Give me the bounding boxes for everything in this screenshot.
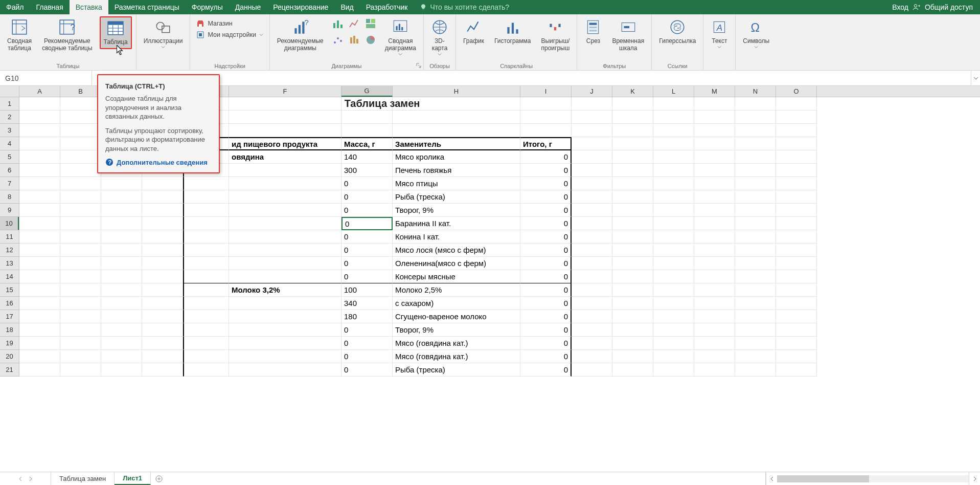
cell-N1[interactable] <box>735 97 776 111</box>
cell-A14[interactable] <box>19 270 60 283</box>
cell-F12[interactable] <box>229 244 341 257</box>
cell-M5[interactable] <box>694 150 735 164</box>
cell-F18[interactable] <box>229 323 341 337</box>
cell-G8[interactable]: 0 <box>341 190 393 204</box>
cell-J16[interactable] <box>572 297 612 310</box>
cell-C8[interactable] <box>101 190 142 204</box>
cell-J2[interactable] <box>572 111 612 124</box>
row-header-7[interactable]: 7 <box>0 177 19 190</box>
row-header-2[interactable]: 2 <box>0 111 19 124</box>
cell-D17[interactable] <box>142 310 183 323</box>
cell-H8[interactable]: Рыба (треска) <box>393 190 520 204</box>
cell-D14[interactable] <box>142 270 183 283</box>
cell-G5[interactable]: 140 <box>341 150 393 164</box>
cell-E12[interactable] <box>183 244 229 257</box>
col-header-I[interactable]: I <box>520 86 572 97</box>
cell-O9[interactable] <box>776 204 817 217</box>
tab-home[interactable]: Главная <box>30 0 69 14</box>
cell-B16[interactable] <box>60 297 101 310</box>
cell-M1[interactable] <box>694 97 735 111</box>
cell-M17[interactable] <box>694 310 735 323</box>
cell-M21[interactable] <box>694 363 735 377</box>
cell-N17[interactable] <box>735 310 776 323</box>
cell-J17[interactable] <box>572 310 612 323</box>
cell-F7[interactable] <box>229 177 341 190</box>
cell-O13[interactable] <box>776 257 817 270</box>
cell-I3[interactable] <box>520 124 572 137</box>
cell-C13[interactable] <box>101 257 142 270</box>
cell-K1[interactable] <box>612 97 653 111</box>
cell-H6[interactable]: Печень говяжья <box>393 164 520 177</box>
cell-B8[interactable] <box>60 190 101 204</box>
cell-I11[interactable]: 0 <box>520 230 572 244</box>
cell-K10[interactable] <box>612 217 653 230</box>
cell-L9[interactable] <box>653 204 694 217</box>
cell-A9[interactable] <box>19 204 60 217</box>
cell-C19[interactable] <box>101 337 142 350</box>
cell-B6[interactable] <box>60 164 101 177</box>
tab-view[interactable]: Вид <box>334 0 359 14</box>
cell-J20[interactable] <box>572 350 612 363</box>
cell-E15[interactable] <box>183 283 229 297</box>
cell-M19[interactable] <box>694 337 735 350</box>
cell-N21[interactable] <box>735 363 776 377</box>
cell-M12[interactable] <box>694 244 735 257</box>
cell-K5[interactable] <box>612 150 653 164</box>
cell-I21[interactable]: 0 <box>520 363 572 377</box>
col-header-K[interactable]: K <box>612 86 653 97</box>
cell-B12[interactable] <box>60 244 101 257</box>
cell-N2[interactable] <box>735 111 776 124</box>
scroll-thumb[interactable] <box>777 475 869 482</box>
cell-M4[interactable] <box>694 137 735 150</box>
slicer-button[interactable]: Срез <box>581 16 605 47</box>
rec-charts-button[interactable]: ? Рекомендуемые диаграммы <box>274 16 327 54</box>
row-header-16[interactable]: 16 <box>0 297 19 310</box>
cell-B13[interactable] <box>60 257 101 270</box>
cell-G21[interactable]: 0 <box>341 363 393 377</box>
hierarchy-chart-button[interactable] <box>363 16 378 31</box>
cell-H3[interactable] <box>393 124 520 137</box>
cell-L2[interactable] <box>653 111 694 124</box>
cell-N19[interactable] <box>735 337 776 350</box>
cell-B17[interactable] <box>60 310 101 323</box>
add-sheet-button[interactable] <box>151 472 167 485</box>
row-header-6[interactable]: 6 <box>0 164 19 177</box>
cell-F2[interactable] <box>229 111 341 124</box>
cell-H14[interactable]: Консеры мясные <box>393 270 520 283</box>
scatter-chart-button[interactable] <box>331 33 345 47</box>
cell-M9[interactable] <box>694 204 735 217</box>
cell-A16[interactable] <box>19 297 60 310</box>
tooltip-more-link[interactable]: ? Дополнительные сведения <box>105 158 212 166</box>
name-box[interactable]: G10 <box>0 71 92 85</box>
scroll-right-button[interactable] <box>969 472 980 485</box>
login-link[interactable]: Вход <box>892 3 908 11</box>
cell-M11[interactable] <box>694 230 735 244</box>
cell-K19[interactable] <box>612 337 653 350</box>
cell-H9[interactable]: Творог, 9% <box>393 204 520 217</box>
cell-I4[interactable]: Итого, г <box>520 137 572 150</box>
cell-B14[interactable] <box>60 270 101 283</box>
cell-H13[interactable]: Олененина(мясо с ферм) <box>393 257 520 270</box>
cell-J15[interactable] <box>572 283 612 297</box>
symbols-button[interactable]: Ω Символы <box>740 16 772 51</box>
cell-N8[interactable] <box>735 190 776 204</box>
row-header-5[interactable]: 5 <box>0 150 19 164</box>
cell-N14[interactable] <box>735 270 776 283</box>
cell-E7[interactable] <box>183 177 229 190</box>
cell-C20[interactable] <box>101 350 142 363</box>
cell-G13[interactable]: 0 <box>341 257 393 270</box>
share-link[interactable]: Общий доступ <box>925 3 973 11</box>
cell-M6[interactable] <box>694 164 735 177</box>
pie-chart-button[interactable] <box>363 33 378 47</box>
row-header-12[interactable]: 12 <box>0 244 19 257</box>
cell-C7[interactable] <box>101 177 142 190</box>
cell-J3[interactable] <box>572 124 612 137</box>
cell-I5[interactable]: 0 <box>520 150 572 164</box>
col-header-L[interactable]: L <box>653 86 694 97</box>
cell-I20[interactable]: 0 <box>520 350 572 363</box>
cell-M8[interactable] <box>694 190 735 204</box>
cell-K6[interactable] <box>612 164 653 177</box>
col-header-A[interactable]: A <box>19 86 60 97</box>
cell-E11[interactable] <box>183 230 229 244</box>
cell-L17[interactable] <box>653 310 694 323</box>
